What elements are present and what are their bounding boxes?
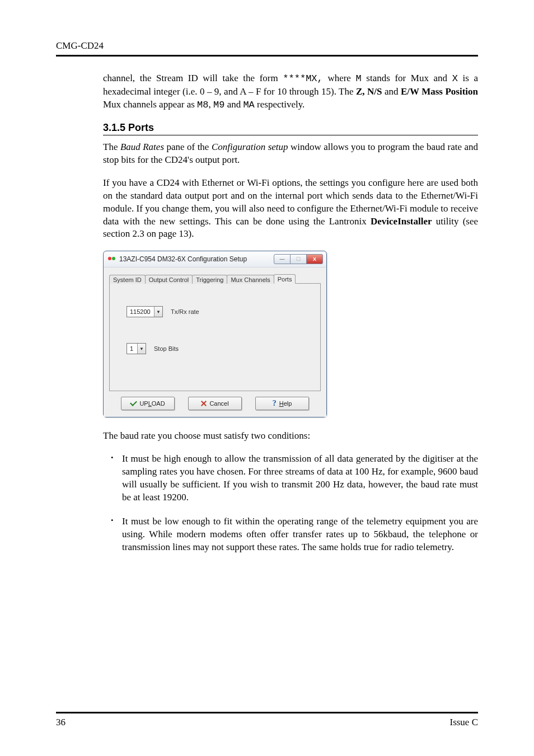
- code: X: [452, 73, 458, 84]
- page-footer: 36 Issue C: [56, 707, 478, 728]
- chevron-down-icon: ▼: [154, 307, 162, 317]
- config-setup-dialog: 13AZI-C954 DM32-6X Configuration Setup —…: [103, 251, 327, 417]
- page-number: 36: [56, 717, 65, 728]
- close-button[interactable]: X: [307, 254, 323, 264]
- text: Mux channels appear as: [103, 99, 197, 110]
- maximize-button: ☐: [291, 254, 307, 264]
- tab-mux-channels[interactable]: Mux Channels: [227, 275, 274, 284]
- list-item: It must be low enough to fit within the …: [103, 515, 478, 554]
- text: respectively.: [255, 99, 305, 110]
- tab-system-id[interactable]: System ID: [109, 275, 146, 284]
- dialog-titlebar[interactable]: 13AZI-C954 DM32-6X Configuration Setup —…: [104, 251, 326, 267]
- text: where: [323, 73, 356, 83]
- cancel-button-label: Cancel: [209, 400, 228, 407]
- text: channel, the Stream ID will take the for…: [103, 73, 283, 83]
- footer-rule: [56, 712, 478, 713]
- bold-text: E/W Mass Position: [401, 86, 478, 97]
- italic-text: Configuration setup: [212, 142, 288, 152]
- baud-rate-dropdown[interactable]: 115200 ▼: [127, 306, 163, 317]
- tab-triggering[interactable]: Triggering: [192, 275, 227, 284]
- help-button[interactable]: ? Help: [255, 397, 309, 410]
- code: M: [356, 73, 362, 84]
- close-icon: X: [313, 256, 316, 262]
- italic-text: Baud Rates: [120, 142, 164, 152]
- code: M9: [213, 100, 224, 110]
- section-paragraph-2: If you have a CD24 with Ethernet or Wi-F…: [103, 177, 478, 241]
- bold-text: Z, N/S: [356, 86, 382, 97]
- code: M8: [197, 100, 208, 110]
- baud-rate-label: Tx/Rx rate: [171, 308, 199, 315]
- code: MA: [243, 100, 254, 110]
- minimize-button[interactable]: —: [274, 254, 291, 264]
- check-icon: [130, 400, 138, 407]
- stop-bits-value: 1: [127, 345, 137, 352]
- tab-strip: System ID Output Control Triggering Mux …: [109, 272, 321, 284]
- code: ****MX,: [283, 73, 322, 84]
- text: and: [382, 86, 401, 97]
- text: ,: [208, 99, 213, 110]
- question-icon: ?: [273, 401, 277, 406]
- help-button-label: Help: [279, 400, 292, 407]
- stop-bits-dropdown[interactable]: 1 ▼: [127, 343, 146, 354]
- minimize-icon: —: [280, 256, 285, 262]
- text: The: [103, 142, 120, 152]
- app-icon: [108, 255, 116, 263]
- cancel-button[interactable]: Cancel: [188, 397, 242, 410]
- upload-button-label: UPLOAD: [139, 400, 165, 407]
- window-controls: — ☐ X: [274, 254, 323, 264]
- dialog-title: 13AZI-C954 DM32-6X Configuration Setup: [119, 255, 247, 263]
- x-icon: [201, 401, 207, 406]
- conditions-lead: The baud rate you choose must satisfy tw…: [103, 430, 478, 443]
- section-rule: [103, 135, 478, 135]
- conditions-list: It must be high enough to allow the tran…: [103, 453, 478, 554]
- chevron-down-icon: ▼: [137, 344, 146, 354]
- running-header: CMG-CD24: [56, 40, 478, 51]
- upload-button[interactable]: UPLOAD: [121, 397, 175, 410]
- list-item: It must be high enough to allow the tran…: [103, 453, 478, 504]
- stop-bits-label: Stop Bits: [154, 345, 179, 352]
- baud-rate-value: 115200: [127, 308, 154, 315]
- tab-output-control[interactable]: Output Control: [145, 275, 193, 284]
- section-heading: 3.1.5 Ports: [103, 122, 478, 134]
- tab-ports[interactable]: Ports: [274, 274, 296, 284]
- issue-label: Issue C: [449, 717, 478, 728]
- header-rule: [56, 55, 478, 57]
- maximize-icon: ☐: [296, 256, 301, 262]
- text: and: [224, 99, 243, 110]
- ports-panel: 115200 ▼ Tx/Rx rate 1 ▼ Stop Bits: [109, 284, 321, 391]
- section-paragraph-1: The Baud Rates pane of the Configuration…: [103, 141, 478, 167]
- intro-paragraph: channel, the Stream ID will take the for…: [103, 72, 478, 112]
- bold-text: DeviceInstaller: [371, 216, 432, 227]
- text: pane of the: [164, 142, 212, 152]
- text: stands for Mux and: [362, 73, 452, 83]
